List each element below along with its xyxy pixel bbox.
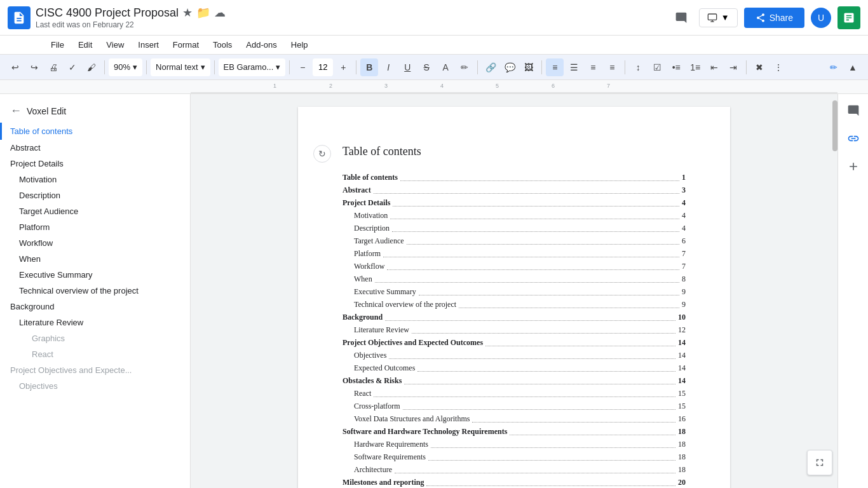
star-icon[interactable]: ★ [182, 6, 193, 20]
sheets-icon[interactable] [837, 6, 860, 29]
sidebar-item-description[interactable]: Description [0, 187, 190, 203]
sidebar-item-when[interactable]: When [0, 251, 190, 267]
sidebar-item-background[interactable]: Background [0, 299, 190, 315]
sidebar-item-platform[interactable]: Platform [0, 219, 190, 235]
redo-button[interactable]: ↪ [25, 58, 43, 76]
toc-entry[interactable]: Objectives14 [342, 349, 686, 362]
toc-entry[interactable]: Expected Outcomes14 [342, 362, 686, 374]
comments-button[interactable] [670, 6, 693, 29]
toc-entry[interactable]: Hardware Requirements18 [342, 438, 686, 451]
sidebar-item-motivation[interactable]: Motivation [0, 172, 190, 187]
toc-entry[interactable]: Technical overview of the project9 [342, 298, 686, 311]
doc-area[interactable]: ↻ Table of contents Table of contents1Ab… [191, 94, 837, 488]
menu-view[interactable]: View [100, 37, 130, 52]
sidebar-item-react[interactable]: React [0, 346, 190, 362]
align-left-button[interactable]: ≡ [546, 58, 564, 76]
toc-entry[interactable]: Table of contents1 [342, 171, 686, 184]
app-icon[interactable] [8, 6, 31, 29]
font-size-decrease[interactable]: − [294, 58, 311, 76]
bullet-list-button[interactable]: •≡ [667, 58, 685, 76]
sidebar-back-button[interactable]: ← [10, 104, 22, 118]
pen-tool-button[interactable]: ✏ [825, 58, 843, 76]
menu-insert[interactable]: Insert [132, 37, 165, 52]
sidebar-toc-label[interactable]: Table of contents [0, 123, 190, 140]
print-button[interactable]: 🖨 [44, 58, 62, 76]
toc-entry[interactable]: Software and Hardware Technology Require… [342, 425, 686, 438]
sidebar-item-lit-review[interactable]: Literature Review [0, 315, 190, 330]
toc-entry[interactable]: Platform7 [342, 247, 686, 260]
font-size-increase[interactable]: + [334, 58, 352, 76]
cloud-icon[interactable]: ☁ [214, 6, 226, 20]
toolbar-collapse-button[interactable]: ▲ [844, 58, 862, 76]
toc-entry[interactable]: Architecture18 [342, 463, 686, 476]
toc-entry[interactable]: Milestones and reporting20 [342, 476, 686, 488]
sidebar-item-project-details[interactable]: Project Details [0, 156, 190, 172]
bold-button[interactable]: B [360, 58, 378, 76]
toc-entry[interactable]: Project Objectives and Expected Outcomes… [342, 336, 686, 349]
paintformat-button[interactable]: 🖌 [83, 58, 100, 76]
sidebar-item-tech-overview[interactable]: Technical overview of the project [0, 283, 190, 299]
toc-entry[interactable]: Workflow7 [342, 260, 686, 273]
refresh-toc-button[interactable]: ↻ [313, 145, 331, 163]
toc-entry[interactable]: Voxel Data Structures and Algorithms16 [342, 412, 686, 425]
clear-format-button[interactable]: ✖ [750, 58, 768, 76]
align-right-button[interactable]: ≡ [584, 58, 602, 76]
menu-addons[interactable]: Add-ons [240, 37, 283, 52]
toc-entry[interactable]: Executive Summary9 [342, 285, 686, 298]
link-button[interactable]: 🔗 [482, 58, 499, 76]
add-panel-button[interactable] [842, 155, 865, 178]
undo-button[interactable]: ↩ [6, 58, 24, 76]
indent-increase-button[interactable]: ⇥ [724, 58, 742, 76]
toc-entry[interactable]: Target Audience6 [342, 234, 686, 247]
text-color-button[interactable]: A [437, 58, 454, 76]
spellcheck-button[interactable]: ✓ [64, 58, 81, 76]
sidebar-item-objectives[interactable]: Objectives [0, 378, 190, 394]
toc-entry[interactable]: Abstract3 [342, 184, 686, 196]
comment-button[interactable]: 💬 [501, 58, 519, 76]
comments-panel-button[interactable] [842, 99, 865, 122]
scrollbar[interactable] [832, 94, 837, 488]
scrollbar-thumb[interactable] [832, 100, 837, 151]
toc-entry[interactable]: When8 [342, 273, 686, 285]
font-dropdown[interactable]: EB Garamo... ▾ [219, 58, 286, 76]
font-size-input[interactable]: 12 [313, 58, 333, 76]
present-button[interactable]: ▼ [699, 8, 738, 27]
checklist-button[interactable]: ☑ [648, 58, 666, 76]
user-avatar[interactable]: U [811, 8, 831, 28]
sidebar-item-target-audience[interactable]: Target Audience [0, 203, 190, 219]
menu-file[interactable]: File [44, 37, 71, 52]
align-center-button[interactable]: ☰ [565, 58, 583, 76]
toc-entry[interactable]: Motivation4 [342, 209, 686, 222]
share-button[interactable]: Share [744, 8, 804, 28]
sidebar-item-workflow[interactable]: Workflow [0, 235, 190, 251]
doc-title[interactable]: CISC 4900 Project Proposal [36, 6, 179, 20]
menu-tools[interactable]: Tools [207, 37, 238, 52]
zoom-dropdown[interactable]: 90% ▾ [109, 58, 142, 76]
sidebar-item-graphics[interactable]: Graphics [0, 330, 190, 346]
toc-entry[interactable]: React15 [342, 387, 686, 400]
toc-entry[interactable]: Project Details4 [342, 196, 686, 209]
expand-button[interactable] [807, 450, 832, 475]
toc-entry[interactable]: Description4 [342, 222, 686, 234]
toc-entry[interactable]: Cross-platform15 [342, 400, 686, 412]
highlight-button[interactable]: ✏ [456, 58, 473, 76]
italic-button[interactable]: I [379, 58, 397, 76]
sidebar-item-abstract[interactable]: Abstract [0, 140, 190, 156]
numbered-list-button[interactable]: 1≡ [686, 58, 704, 76]
toc-entry[interactable]: Background10 [342, 311, 686, 323]
image-button[interactable]: 🖼 [520, 58, 538, 76]
toc-entry[interactable]: Software Requirements18 [342, 451, 686, 463]
format-more-button[interactable]: ⋮ [770, 58, 787, 76]
indent-decrease-button[interactable]: ⇤ [705, 58, 723, 76]
underline-button[interactable]: U [398, 58, 416, 76]
sidebar-item-exec-summary[interactable]: Executive Summary [0, 267, 190, 283]
toc-entry[interactable]: Literature Review12 [342, 323, 686, 336]
line-spacing-button[interactable]: ↕ [629, 58, 647, 76]
menu-help[interactable]: Help [285, 37, 315, 52]
menu-edit[interactable]: Edit [72, 37, 98, 52]
sidebar-item-proj-obj[interactable]: Project Objectives and Expecte... [0, 362, 190, 378]
strikethrough-button[interactable]: S [417, 58, 435, 76]
justify-button[interactable]: ≡ [603, 58, 621, 76]
folder-icon[interactable]: 📁 [196, 6, 210, 20]
toc-entry[interactable]: Obstacles & Risks14 [342, 374, 686, 387]
